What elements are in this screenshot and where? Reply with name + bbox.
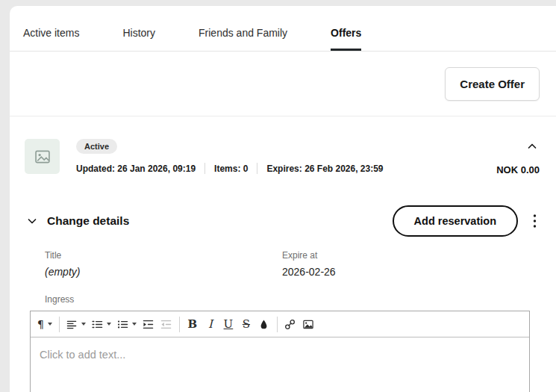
- change-details-header: Change details Add reservation: [10, 205, 556, 237]
- offer-updated: Updated: 26 Jan 2026, 09:19: [76, 164, 196, 174]
- tab-bar: Active items History Friends and Family …: [10, 6, 556, 52]
- paragraph-style-button[interactable]: ¶: [34, 314, 55, 334]
- image-placeholder-icon: [34, 149, 51, 165]
- offer-summary: Active Updated: 26 Jan 2026, 09:19 Items…: [76, 139, 496, 174]
- collapse-offer-button[interactable]: [525, 139, 540, 154]
- italic-icon: I: [208, 319, 213, 330]
- kebab-menu-icon: [533, 214, 537, 228]
- chevron-down-icon: [48, 323, 52, 326]
- tab-active-items[interactable]: Active items: [23, 27, 79, 51]
- ordered-list-button[interactable]: [89, 314, 114, 334]
- content-panel: Active items History Friends and Family …: [10, 6, 556, 392]
- text-color-button[interactable]: [255, 314, 273, 334]
- bold-icon: B: [188, 319, 198, 330]
- change-details-title: Change details: [47, 214, 129, 228]
- underline-icon: U: [224, 319, 234, 330]
- outdent-button[interactable]: [157, 314, 175, 334]
- offer-amount: NOK 0.00: [496, 164, 540, 175]
- editor-toolbar: ¶: [31, 311, 529, 337]
- bold-button[interactable]: B: [184, 314, 202, 334]
- droplet-icon: [259, 319, 269, 330]
- link-button[interactable]: [281, 314, 299, 334]
- toolbar-separator: [59, 317, 60, 332]
- meta-separator: [257, 163, 257, 174]
- chevron-up-icon: [526, 140, 538, 152]
- title-value[interactable]: (empty): [45, 266, 282, 278]
- meta-separator: [204, 163, 205, 174]
- ordered-list-icon: [92, 319, 103, 330]
- expire-at-label: Expire at: [282, 250, 540, 261]
- offer-card: Active Updated: 26 Jan 2026, 09:19 Items…: [10, 116, 556, 175]
- image-icon: [302, 319, 314, 330]
- tab-history[interactable]: History: [122, 27, 155, 51]
- editor-placeholder: Click to add text...: [40, 349, 125, 361]
- indent-button[interactable]: [140, 314, 157, 334]
- offer-expires: Expires: 26 Feb 2026, 23:59: [266, 164, 383, 174]
- tab-offers[interactable]: Offers: [331, 27, 361, 51]
- title-field: Title (empty): [45, 250, 282, 278]
- tab-friends-and-family[interactable]: Friends and Family: [199, 27, 287, 51]
- offer-card-right: NOK 0.00: [496, 139, 540, 175]
- offer-meta-line: Updated: 26 Jan 2026, 09:19 Items: 0 Exp…: [76, 163, 496, 174]
- strikethrough-button[interactable]: S: [237, 314, 255, 334]
- ingress-editor: ¶: [30, 311, 530, 392]
- more-options-button[interactable]: [530, 211, 540, 231]
- align-button[interactable]: [63, 314, 89, 334]
- bullet-list-icon: [117, 319, 128, 330]
- details-fields: Title (empty) Expire at 2026-02-26: [10, 237, 556, 278]
- chevron-down-icon: [81, 323, 86, 326]
- insert-image-button[interactable]: [299, 314, 317, 334]
- offer-thumbnail: [25, 139, 60, 174]
- expire-field: Expire at 2026-02-26: [282, 250, 540, 278]
- offer-items-count: Items: 0: [214, 164, 248, 174]
- chevron-down-icon: [26, 215, 38, 227]
- editor-text-area[interactable]: Click to add text...: [31, 337, 529, 392]
- italic-button[interactable]: I: [202, 314, 219, 334]
- toolbar-separator: [277, 317, 278, 332]
- link-icon: [284, 319, 296, 330]
- actions-row: Create Offer: [10, 52, 556, 116]
- expire-at-value[interactable]: 2026-02-26: [282, 266, 540, 278]
- ingress-label: Ingress: [10, 278, 556, 311]
- toolbar-separator: [179, 317, 180, 332]
- chevron-down-icon: [107, 323, 111, 326]
- title-label: Title: [45, 250, 282, 261]
- indent-increase-icon: [143, 319, 154, 330]
- underline-button[interactable]: U: [219, 314, 237, 334]
- paragraph-icon: ¶: [37, 319, 44, 329]
- change-details-toggle[interactable]: [25, 214, 40, 228]
- chevron-down-icon: [132, 323, 137, 326]
- create-offer-button[interactable]: Create Offer: [445, 67, 540, 101]
- add-reservation-button[interactable]: Add reservation: [393, 205, 518, 237]
- bullet-list-button[interactable]: [114, 314, 140, 334]
- strikethrough-icon: S: [243, 319, 250, 330]
- indent-decrease-icon: [160, 319, 172, 330]
- status-badge: Active: [76, 139, 117, 154]
- align-left-icon: [66, 319, 78, 330]
